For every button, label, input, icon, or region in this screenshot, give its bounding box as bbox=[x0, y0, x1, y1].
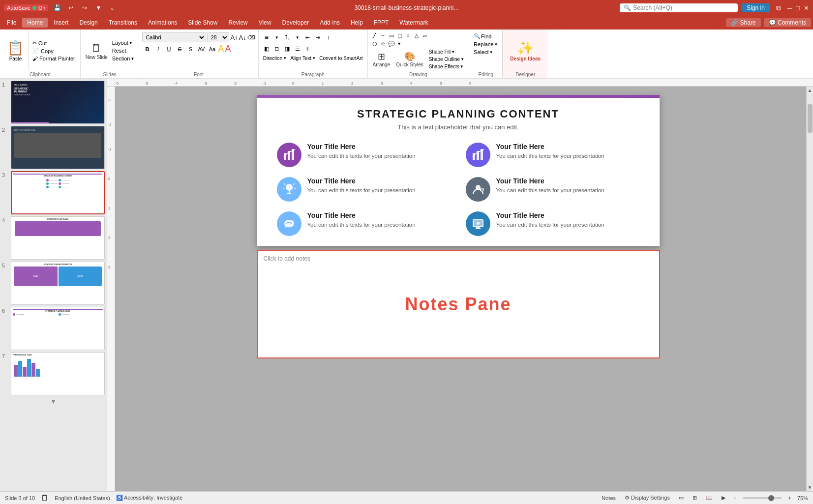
menu-help[interactable]: Help bbox=[346, 18, 368, 28]
columns-button[interactable]: ⫴ bbox=[303, 44, 313, 54]
menu-watermark[interactable]: Watermark bbox=[394, 18, 433, 28]
customize-ribbon-icon[interactable]: ⌄ bbox=[107, 3, 117, 13]
scrollbar-thumb[interactable] bbox=[808, 104, 813, 133]
slide-thumb-6[interactable]: STRATEGIC PLANNING SLIDE Your Title Here… bbox=[11, 307, 105, 350]
menu-review[interactable]: Review bbox=[223, 18, 252, 28]
font-size-select[interactable]: 28 bbox=[207, 32, 229, 42]
shape-rect[interactable]: ▭ bbox=[388, 31, 395, 39]
slide-thumb-7[interactable]: PERFORMANCE SLIDE bbox=[11, 352, 105, 395]
restore-icon[interactable]: ⧉ bbox=[774, 3, 783, 13]
bullets-dropdown[interactable]: ▼ bbox=[272, 32, 282, 42]
text-direction-button[interactable]: Direction ▼ bbox=[262, 55, 288, 61]
paste-button[interactable]: 📋 Paste bbox=[3, 30, 29, 71]
italic-button[interactable]: I bbox=[153, 44, 163, 54]
redo-icon[interactable]: ↪ bbox=[80, 3, 90, 13]
new-slide-button[interactable]: 🗒 New Slide bbox=[84, 41, 110, 61]
menu-design[interactable]: Design bbox=[74, 18, 102, 28]
slide-item-3[interactable]: 3 STRATEGIC PLANNING CONTENT Your Title … bbox=[2, 171, 105, 214]
shape-star[interactable]: ☆ bbox=[379, 40, 387, 48]
arrange-button[interactable]: ⊞ Arrange bbox=[371, 50, 392, 68]
menu-insert[interactable]: Insert bbox=[49, 18, 73, 28]
zoom-thumb[interactable] bbox=[768, 495, 774, 501]
shape-outline-button[interactable]: Shape Outline ▼ bbox=[427, 56, 466, 62]
slideshow-button[interactable]: ▶ bbox=[720, 494, 727, 502]
content-item-title-4[interactable]: Your Title Here bbox=[496, 177, 604, 185]
bold-button[interactable]: B bbox=[142, 44, 152, 54]
slide-item-7[interactable]: 7 PERFORMANCE SLIDE bbox=[2, 352, 105, 395]
select-button[interactable]: Select ▼ bbox=[472, 49, 499, 56]
slide-thumb-2[interactable]: ABOUT OUR COMPANY SLIDE bbox=[11, 126, 105, 169]
signin-button[interactable]: Sign in bbox=[742, 3, 770, 12]
shape-hexagon[interactable]: ⬡ bbox=[371, 40, 379, 48]
menu-file[interactable]: File bbox=[2, 18, 21, 28]
slide-canvas[interactable]: STRATEGIC PLANNING CONTENT This is a tex… bbox=[257, 94, 660, 246]
slide-sorter-button[interactable]: ⊞ bbox=[691, 494, 699, 502]
slide-panel-scroll-down[interactable]: ▼ bbox=[2, 397, 105, 405]
menu-developer[interactable]: Developer bbox=[277, 18, 314, 28]
display-settings-button[interactable]: ⚙ Display Settings bbox=[623, 494, 672, 502]
find-button[interactable]: 🔍 Find bbox=[472, 32, 499, 40]
comments-button[interactable]: 💬 Comments bbox=[764, 18, 811, 27]
menu-home[interactable]: Home bbox=[22, 18, 48, 28]
shadow-button[interactable]: S bbox=[185, 44, 195, 54]
format-painter-button[interactable]: 🖌 Format Painter bbox=[30, 55, 77, 62]
menu-transitions[interactable]: Transitions bbox=[104, 18, 142, 28]
slide-item-5[interactable]: 5 STRATEGIC PLAN ALTERNATIVES PLAN 1 PLA… bbox=[2, 262, 105, 305]
maximize-button[interactable]: □ bbox=[796, 4, 800, 12]
increase-indent[interactable]: ⇥ bbox=[313, 32, 323, 42]
char-spacing-button[interactable]: AV bbox=[196, 44, 206, 54]
autosave-badge[interactable]: AutoSave On bbox=[4, 4, 48, 11]
close-button[interactable]: ✕ bbox=[804, 4, 809, 12]
align-right-button[interactable]: ◨ bbox=[282, 44, 292, 54]
save-icon[interactable]: 💾 bbox=[52, 3, 62, 13]
vertical-scrollbar[interactable]: ▲ ▼ bbox=[806, 87, 813, 491]
content-item-desc-5[interactable]: You can edit this texts for your present… bbox=[307, 221, 416, 229]
slide-subtitle[interactable]: This is a text placeholder that you can … bbox=[277, 123, 640, 131]
menu-addins[interactable]: Add-ins bbox=[315, 18, 345, 28]
content-item-desc-4[interactable]: You can edit this texts for your present… bbox=[496, 186, 604, 194]
slide-item-4[interactable]: 4 STRATEGIC PLAN TEAMS bbox=[2, 216, 105, 260]
slide-item-2[interactable]: 2 ABOUT OUR COMPANY SLIDE bbox=[2, 126, 105, 169]
scroll-down-button[interactable]: ▼ bbox=[807, 484, 813, 491]
shape-line[interactable]: ╱ bbox=[371, 31, 379, 39]
reading-view-button[interactable]: 📖 bbox=[704, 494, 715, 502]
content-item-desc-3[interactable]: You can edit this texts for your present… bbox=[307, 186, 416, 194]
slide-title[interactable]: STRATEGIC PLANNING CONTENT bbox=[277, 108, 640, 120]
shape-callout[interactable]: 💬 bbox=[388, 40, 395, 48]
content-item-title-1[interactable]: Your Title Here bbox=[307, 143, 416, 150]
numbering-dropdown[interactable]: ▼ bbox=[293, 32, 302, 42]
convert-smartart-button[interactable]: Convert to SmartArt bbox=[318, 55, 364, 61]
content-item-title-5[interactable]: Your Title Here bbox=[307, 211, 416, 219]
menu-fppt[interactable]: FPPT bbox=[369, 18, 394, 28]
content-item-desc-2[interactable]: You can edit this texts for your present… bbox=[496, 152, 604, 160]
slide-item-1[interactable]: 1 SMALL BUSINESS STRATEGICPLANNING YOUR … bbox=[2, 81, 105, 124]
layout-button[interactable]: Layout ▼ bbox=[111, 39, 136, 46]
notes-placeholder[interactable]: Click to add notes bbox=[258, 251, 659, 266]
content-item-title-6[interactable]: Your Title Here bbox=[496, 211, 604, 219]
design-ideas-label[interactable]: Design Ideas bbox=[510, 56, 541, 61]
decrease-indent[interactable]: ⇤ bbox=[303, 32, 313, 42]
content-item-6[interactable]: Your Title Here You can edit this texts … bbox=[466, 211, 640, 236]
decrease-font-icon[interactable]: A↓ bbox=[239, 34, 246, 41]
content-item-3[interactable]: Your Title Here You can edit this texts … bbox=[277, 177, 451, 202]
share-button[interactable]: 🔗 Share bbox=[726, 18, 760, 27]
zoom-out-button[interactable]: － bbox=[732, 494, 738, 502]
content-item-title-3[interactable]: Your Title Here bbox=[307, 177, 416, 185]
content-item-desc-1[interactable]: You can edit this texts for your present… bbox=[307, 152, 416, 160]
content-item-1[interactable]: Your Title Here You can edit this texts … bbox=[277, 143, 451, 167]
shape-rounded-rect[interactable]: ▢ bbox=[396, 31, 404, 39]
scroll-up-button[interactable]: ▲ bbox=[807, 87, 813, 94]
increase-font-icon[interactable]: A↑ bbox=[230, 34, 238, 41]
slide-thumb-5[interactable]: STRATEGIC PLAN ALTERNATIVES PLAN 1 PLAN … bbox=[11, 262, 105, 305]
numbering-button[interactable]: ⒈ bbox=[282, 32, 292, 42]
bullets-button[interactable]: ≡ bbox=[262, 32, 271, 42]
menu-animations[interactable]: Animations bbox=[143, 18, 182, 28]
section-button[interactable]: Section ▼ bbox=[111, 55, 136, 62]
shape-parallelogram[interactable]: ▱ bbox=[421, 31, 429, 39]
slide-thumb-1[interactable]: SMALL BUSINESS STRATEGICPLANNING YOUR SU… bbox=[11, 81, 105, 124]
align-text-button[interactable]: Align Text ▼ bbox=[289, 55, 317, 61]
minimize-button[interactable]: ─ bbox=[787, 4, 792, 12]
normal-view-button[interactable]: ▭ bbox=[677, 494, 686, 502]
shape-triangle[interactable]: △ bbox=[413, 31, 421, 39]
shape-effects-button[interactable]: Shape Effects ▼ bbox=[427, 63, 466, 70]
